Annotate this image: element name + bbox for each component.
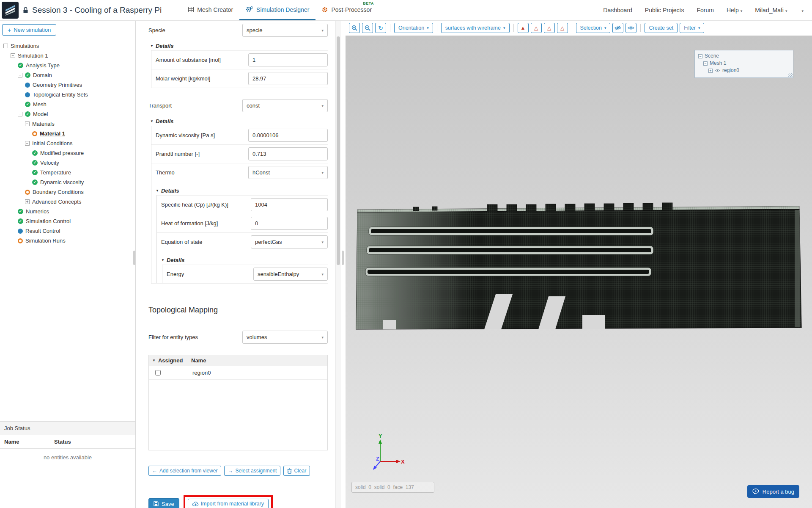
tree-item-initial-conditions[interactable]: −Initial Conditions xyxy=(0,138,135,148)
tab-post-processor[interactable]: BETA Post-Processor xyxy=(315,0,378,20)
mesh-model[interactable] xyxy=(346,36,812,508)
amount-of-substance-input[interactable] xyxy=(248,53,328,66)
clip-plane-button-1[interactable]: ▲ xyxy=(518,23,529,33)
molar-weight-input[interactable] xyxy=(248,72,328,85)
table-row[interactable]: region0 xyxy=(149,366,327,380)
details-toggle[interactable]: ▼Details xyxy=(156,188,328,194)
new-simulation-button[interactable]: + New simulation xyxy=(2,24,56,36)
region-checkbox[interactable] xyxy=(155,370,161,375)
tab-mesh-creator[interactable]: Mesh Creator xyxy=(182,0,239,20)
tab-simulation-designer[interactable]: Simulation Designer xyxy=(239,0,315,20)
tree-item-result-control[interactable]: Result Control xyxy=(0,226,135,236)
heat-of-formation-input[interactable] xyxy=(251,217,328,230)
tree-item-simulations[interactable]: −Simulations xyxy=(0,41,135,51)
collapse-icon[interactable]: − xyxy=(25,141,30,146)
tree-item-modified-pressure[interactable]: ✓Modified pressure xyxy=(0,148,135,158)
import-from-material-library-button[interactable]: Import from material library xyxy=(188,499,269,508)
details-toggle[interactable]: ▼Details xyxy=(150,43,328,49)
settings-scrollbar-thumb[interactable] xyxy=(337,36,340,265)
nav-help-menu[interactable]: Help▾ xyxy=(727,7,742,14)
prandtl-number-input[interactable] xyxy=(248,147,328,160)
assignment-table: ▼Assigned Name region0 xyxy=(148,355,328,450)
selection-dropdown[interactable]: Selection▾ xyxy=(576,23,611,33)
zoom-in-button[interactable] xyxy=(349,23,360,33)
clear-button[interactable]: Clear xyxy=(283,466,310,476)
viewer-canvas[interactable]: −Scene −Mesh 1 + region0 Y xyxy=(346,36,812,508)
details-toggle[interactable]: ▼Details xyxy=(150,118,328,124)
tree-item-temperature[interactable]: ✓Temperature xyxy=(0,168,135,177)
specific-heat-input[interactable] xyxy=(251,198,328,211)
render-mode-dropdown[interactable]: surfaces with wireframe▾ xyxy=(441,23,510,33)
tree-item-velocity[interactable]: ✓Velocity xyxy=(0,158,135,168)
reset-view-button[interactable]: ↻ xyxy=(375,23,386,33)
collapse-icon[interactable]: − xyxy=(11,53,15,58)
assigned-column-header[interactable]: ▼Assigned xyxy=(152,357,191,364)
select-assignment-button[interactable]: → Select assignment xyxy=(224,466,280,476)
nav-public-projects[interactable]: Public Projects xyxy=(645,7,684,14)
collapse-icon[interactable]: − xyxy=(703,61,708,66)
project-tree-sidebar: + New simulation −Simulations −Simulatio… xyxy=(0,20,136,508)
filter-dropdown[interactable]: Filter▾ xyxy=(680,23,704,33)
tree-item-materials[interactable]: −Materials xyxy=(0,119,135,129)
add-selection-from-viewer-button[interactable]: ← Add selection from viewer xyxy=(148,466,221,476)
report-a-bug-button[interactable]: Report a bug xyxy=(747,485,799,498)
equation-of-state-select[interactable]: perfectGas▾ xyxy=(251,235,328,248)
specie-select[interactable]: specie▾ xyxy=(242,24,328,37)
tree-item-numerics[interactable]: ✓Numerics xyxy=(0,207,135,216)
nav-forum[interactable]: Forum xyxy=(697,7,713,14)
dynamic-viscosity-input[interactable] xyxy=(248,129,328,142)
expand-icon[interactable]: + xyxy=(25,199,30,204)
energy-select[interactable]: sensibleEnthalpy▾ xyxy=(253,268,328,281)
hide-selection-button[interactable] xyxy=(612,23,623,33)
collapse-icon[interactable]: − xyxy=(18,112,22,116)
entity-filter-select[interactable]: volumes▾ xyxy=(242,331,328,344)
tree-item-topological-entity-sets[interactable]: Topological Entity Sets xyxy=(0,90,135,99)
job-status-section: Job Status Name Status no entities avail… xyxy=(0,421,135,508)
collapse-icon[interactable]: − xyxy=(18,73,22,77)
save-row: Save Import from material library xyxy=(148,495,328,508)
collapse-icon[interactable]: − xyxy=(3,44,8,48)
collapse-icon[interactable]: − xyxy=(698,54,702,58)
show-selection-button[interactable] xyxy=(625,23,636,33)
scene-tree-scene[interactable]: −Scene xyxy=(698,52,790,60)
check-icon: ✓ xyxy=(25,72,30,78)
overlay-resize-grip[interactable] xyxy=(788,73,793,77)
chevron-down-icon: ▾ xyxy=(503,26,505,30)
zoom-out-button[interactable] xyxy=(362,23,373,33)
tree-item-geometry-primitives[interactable]: Geometry Primitives xyxy=(0,80,135,90)
clip-plane-button-4[interactable]: △ xyxy=(557,23,568,33)
collapse-icon[interactable]: − xyxy=(25,121,30,126)
orientation-dropdown[interactable]: Orientation▾ xyxy=(394,23,433,33)
expand-icon[interactable]: + xyxy=(708,69,713,73)
tree-item-mesh[interactable]: ✓Mesh xyxy=(0,99,135,109)
tree-item-dynamic-viscosity[interactable]: ✓Dynamic viscosity xyxy=(0,177,135,187)
tree-item-advanced-concepts[interactable]: +Advanced Concepts xyxy=(0,197,135,207)
red-triangle-outline-icon: △ xyxy=(534,25,538,30)
tree-item-material-1[interactable]: Material 1 xyxy=(0,129,135,138)
user-menu[interactable]: Milad_Mafi▾ xyxy=(755,7,787,14)
app-logo[interactable] xyxy=(2,2,19,19)
clip-plane-button-2[interactable]: △ xyxy=(531,23,542,33)
sidebar-splitter-handle[interactable] xyxy=(133,251,135,265)
job-status-col-name: Name xyxy=(4,439,54,445)
tree-item-model[interactable]: −✓Model xyxy=(0,109,135,119)
tree-item-simulation-runs[interactable]: Simulation Runs xyxy=(0,236,135,246)
tree-item-boundary-conditions[interactable]: Boundary Conditions xyxy=(0,187,135,197)
face-name-field[interactable] xyxy=(351,482,434,493)
tree-item-simulation-1[interactable]: −Simulation 1 xyxy=(0,51,135,61)
clip-plane-button-3[interactable]: △ xyxy=(544,23,555,33)
tree-item-analysis-type[interactable]: ✓Analysis Type xyxy=(0,61,135,70)
tree-item-domain[interactable]: −✓Domain xyxy=(0,70,135,80)
header-collapse-caret[interactable]: ▾ xyxy=(800,7,804,14)
create-set-button[interactable]: Create set xyxy=(645,23,678,33)
details-toggle[interactable]: ▼Details xyxy=(161,257,328,263)
transport-select[interactable]: const▾ xyxy=(242,99,328,112)
check-icon: ✓ xyxy=(32,179,38,185)
viewer-splitter-handle[interactable] xyxy=(342,251,344,265)
scene-tree-region[interactable]: + region0 xyxy=(708,67,790,74)
scene-tree-mesh[interactable]: −Mesh 1 xyxy=(703,60,790,67)
nav-dashboard[interactable]: Dashboard xyxy=(603,7,632,14)
save-button[interactable]: Save xyxy=(148,498,179,508)
thermo-select[interactable]: hConst▾ xyxy=(248,166,328,179)
tree-item-simulation-control[interactable]: ✓Simulation Control xyxy=(0,216,135,226)
